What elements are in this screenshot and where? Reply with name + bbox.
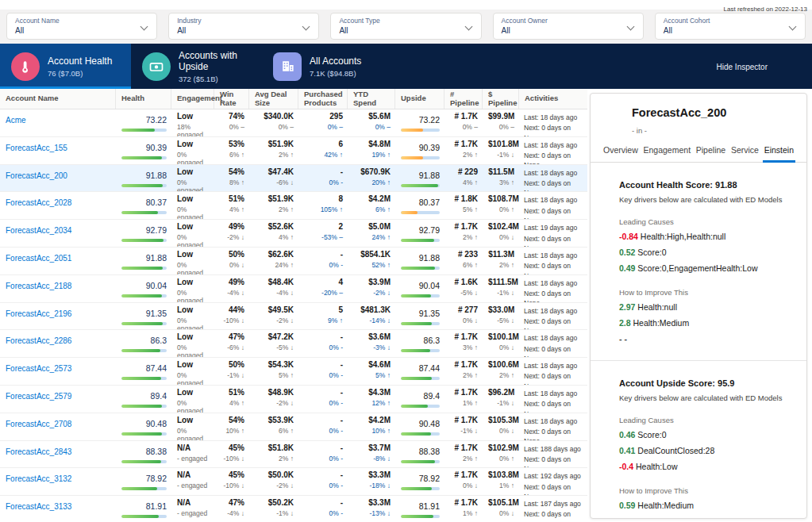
column-header--pipeline[interactable]: # Pipeline (444, 89, 483, 109)
upside-score: 91.88 (419, 253, 440, 263)
avg-deal-delta: -5% ↓ (255, 344, 294, 351)
purchased-products-value: 4 (304, 278, 343, 286)
purchased-products-delta: -53% – (304, 233, 343, 241)
column-header-ytd-spend[interactable]: YTD Spend (348, 89, 395, 109)
engagement-sub: 0% engaged (177, 344, 211, 357)
ytd-spend-delta: 10% ↑ (353, 427, 391, 435)
tab-service[interactable]: Service (729, 145, 760, 162)
table-row[interactable]: ForecastAcc_2028 80.37 Low 0% engaged 51… (0, 192, 587, 220)
pipeline-count-delta: 2% ↑ (450, 371, 478, 379)
account-name-link[interactable]: ForecastAcc_2188 (6, 282, 71, 290)
avg-deal-delta: 2% ↑ (255, 205, 294, 213)
table-row[interactable]: ForecastAcc_2573 87.44 Low 0% engaged 50… (0, 358, 587, 386)
column-header-health[interactable]: Health (116, 89, 171, 109)
account-name-link[interactable]: ForecastAcc_2708 (6, 420, 71, 428)
filter-dropdown-account-type[interactable]: Account Type All (330, 13, 481, 40)
account-name-link[interactable]: ForecastAcc_2286 (6, 336, 71, 345)
account-name-link[interactable]: ForecastAcc_3132 (6, 474, 71, 483)
pipeline-amount-delta: -5% ↓ (488, 317, 514, 324)
account-name-link[interactable]: ForecastAcc_2843 (6, 447, 71, 456)
account-name-link[interactable]: ForecastAcc_2196 (6, 309, 71, 318)
pipeline-count-value: # 1.7K (450, 498, 478, 507)
pipeline-count-delta: 0% ↓ (450, 482, 478, 489)
filter-dropdown-account-cohort[interactable]: Account Cohort All (655, 13, 806, 40)
avg-deal-delta: 2% ↑ (255, 151, 294, 159)
win-rate-value: 44% (220, 305, 244, 314)
table-row[interactable]: ForecastAcc_2188 90.04 Low 0% engaged 49… (0, 275, 587, 303)
filter-dropdown-account-name[interactable]: Account Name All (6, 13, 157, 40)
table-row[interactable]: ForecastAcc_3133 81.91 N/A - engaged 47%… (0, 496, 587, 522)
column-header--pipeline[interactable]: $ Pipeline (483, 89, 519, 109)
tab-einstein[interactable]: Einstein (763, 145, 795, 163)
win-rate-value: 45% (220, 443, 244, 452)
buildings-icon (273, 52, 302, 81)
column-header-avg-deal-size[interactable]: Avg Deal Size (249, 89, 298, 109)
column-header-activities[interactable]: Activities (519, 89, 587, 109)
hide-inspector-button[interactable]: Hide Inspector (717, 62, 768, 71)
win-rate-value: 54% (220, 167, 244, 176)
win-rate-delta: 0% – (220, 123, 244, 131)
health-bar (121, 487, 167, 490)
table-row[interactable]: ForecastAcc_2708 90.48 Low 0% engaged 54… (0, 413, 587, 441)
column-header-purchased-products[interactable]: Purchased Products (298, 89, 348, 109)
account-name-link[interactable]: ForecastAcc_155 (6, 144, 67, 152)
leading-cause-item: -0.84 Health:High,Health:null (619, 231, 791, 242)
table-row[interactable]: ForecastAcc_2034 92.79 Low 0% engaged 49… (0, 220, 587, 248)
section-divider (591, 360, 806, 361)
column-header-engagement[interactable]: Engagement (171, 89, 214, 109)
account-name-link[interactable]: ForecastAcc_3133 (6, 502, 71, 511)
kpi-card-all-accounts[interactable]: All Accounts 7.1K ($94.8B) (262, 44, 393, 89)
table-row[interactable]: ForecastAcc_155 90.39 Low 0% engaged 53%… (0, 137, 587, 165)
upside-bar (401, 460, 440, 463)
tab-overview[interactable]: Overview (602, 145, 640, 162)
pipeline-amount-delta: -1% ↓ (488, 289, 514, 297)
health-bar (121, 239, 167, 242)
account-name-link[interactable]: ForecastAcc_2028 (6, 198, 71, 207)
table-row[interactable]: ForecastAcc_2579 89.4 Low 0% engaged 51%… (0, 386, 587, 413)
account-name-link[interactable]: ForecastAcc_2034 (6, 226, 71, 235)
health-score: 91.88 (146, 253, 167, 263)
ytd-spend-delta: 52% ↑ (353, 261, 391, 269)
tab-engagement[interactable]: Engagement (642, 145, 693, 162)
filter-dropdown-account-owner[interactable]: Account Owner All (493, 13, 644, 40)
column-header-win-rate[interactable]: Win Rate (214, 89, 249, 109)
table-row[interactable]: ForecastAcc_3132 78.92 N/A - engaged 45%… (0, 468, 587, 496)
account-name-link[interactable]: ForecastAcc_2573 (6, 364, 71, 373)
leading-cause-item: 0.52 Score:0 (619, 247, 791, 258)
table-row[interactable]: ForecastAcc_2051 91.88 Low 0% engaged 50… (0, 248, 587, 275)
purchased-products-value: - (304, 332, 343, 341)
table-row[interactable]: ForecastAcc_200 91.88 Low 0% engaged 54%… (0, 165, 587, 193)
filter-dropdown-industry[interactable]: Industry All (168, 13, 319, 40)
kpi-card-accounts-with-upside[interactable]: Accounts with Upside 372 ($5.1B) (131, 44, 262, 89)
account-name-link[interactable]: ForecastAcc_2579 (6, 392, 71, 401)
upside-score: 86.3 (424, 336, 440, 345)
engagement-sub: 0% engaged (177, 427, 211, 440)
table-row[interactable]: Acme 73.22 Low 18% engaged 74% 0% – $340… (0, 109, 587, 137)
tab-pipeline[interactable]: Pipeline (695, 145, 727, 162)
purchased-products-delta: 0% - (304, 178, 343, 186)
pipeline-count-value: # 1.7K (450, 470, 478, 479)
win-rate-delta: -10% ↓ (220, 482, 244, 489)
improve-item: - - (619, 333, 791, 344)
account-name-link[interactable]: ForecastAcc_2051 (6, 254, 71, 263)
pipeline-amount-delta: 0% ↓ (488, 233, 514, 241)
win-rate-value: 49% (220, 222, 244, 231)
avg-deal-value: $51.9K (255, 194, 294, 203)
table-row[interactable]: ForecastAcc_2286 86.3 Low 0% engaged 47%… (0, 330, 587, 358)
engagement-sub: 0% engaged (177, 399, 211, 413)
kpi-card-account-health[interactable]: Account Health 76 ($7.0B) (0, 44, 131, 89)
account-name-link[interactable]: ForecastAcc_200 (6, 171, 67, 180)
table-row[interactable]: ForecastAcc_2196 91.35 Low 0% engaged 44… (0, 303, 587, 331)
avg-deal-value: $51.9K (255, 140, 294, 148)
ytd-spend-delta: 24% ↑ (353, 233, 391, 241)
pipeline-count-delta: 5% ↑ (450, 205, 478, 213)
ytd-spend-value: $4.2M (353, 194, 391, 203)
account-name-link[interactable]: Acme (6, 116, 26, 125)
purchased-products-value: - (304, 498, 343, 507)
upside-score: 88.38 (419, 447, 440, 456)
improve-item: 2.8 Health:Medium (619, 317, 791, 328)
engagement-sub: - engaged (177, 509, 211, 517)
table-row[interactable]: ForecastAcc_2843 88.38 N/A - engaged 45%… (0, 441, 587, 469)
column-header-account-name[interactable]: Account Name (0, 89, 116, 109)
column-header-upside[interactable]: Upside (395, 89, 444, 109)
